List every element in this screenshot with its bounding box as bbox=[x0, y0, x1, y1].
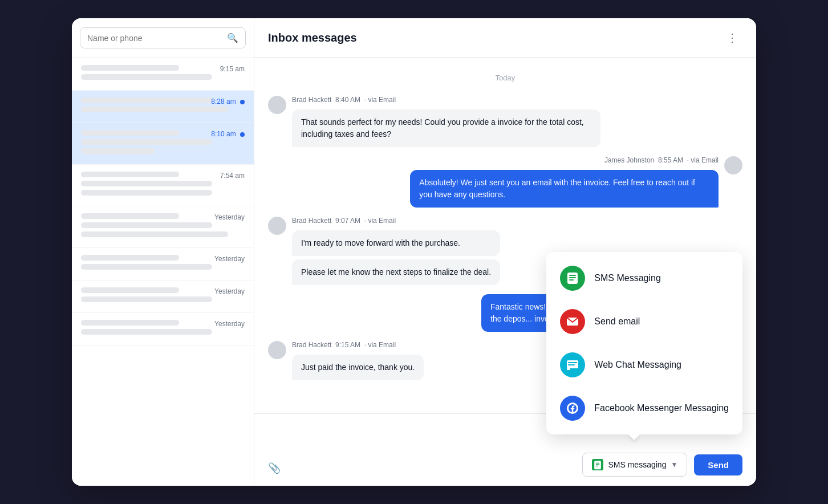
sms-channel-icon bbox=[592, 459, 603, 470]
svg-rect-2 bbox=[596, 463, 600, 464]
channel-dropdown-menu: SMS Messaging Send email bbox=[546, 252, 742, 434]
dropdown-item-label: Send email bbox=[594, 316, 640, 327]
conv-line bbox=[81, 130, 179, 136]
search-input-wrapper: 🔍 bbox=[80, 27, 246, 48]
conv-time: 8:10 am bbox=[211, 130, 245, 138]
message-group: Brad Hackett 9:15 AM · via Email Just pa… bbox=[292, 341, 424, 380]
search-icon: 🔍 bbox=[227, 32, 238, 43]
dropdown-arrow-icon: ▼ bbox=[671, 461, 677, 469]
unread-dot bbox=[240, 100, 245, 104]
message-group: Brad Hackett 8:40 AM · via Email That so… bbox=[292, 96, 600, 147]
message-row: Brad Hackett 8:40 AM · via Email That so… bbox=[268, 96, 742, 147]
facebook-svg-icon bbox=[566, 401, 579, 415]
main-content: Inbox messages ⋮ Today Brad Hackett 8:40… bbox=[254, 18, 756, 486]
conv-line bbox=[81, 231, 228, 237]
svg-rect-13 bbox=[567, 368, 570, 370]
app-container: 🔍 9:15 am 8:28 am 8:10 am bbox=[72, 18, 756, 486]
list-item[interactable]: Yesterday bbox=[72, 248, 254, 281]
sms-svg-icon bbox=[566, 271, 579, 285]
conv-time: 7:54 am bbox=[220, 172, 245, 180]
conv-line bbox=[81, 320, 179, 326]
more-options-icon[interactable]: ⋮ bbox=[722, 29, 742, 47]
message-bubble: I'm ready to move forward with the purch… bbox=[292, 230, 500, 256]
conv-line bbox=[81, 296, 212, 302]
conv-line bbox=[81, 264, 212, 270]
svg-rect-1 bbox=[595, 461, 602, 469]
conv-line bbox=[81, 74, 212, 80]
list-item[interactable]: 7:54 am bbox=[72, 165, 254, 206]
list-item[interactable]: 8:10 am bbox=[72, 123, 254, 165]
svg-rect-7 bbox=[569, 277, 576, 278]
facebook-icon bbox=[560, 396, 585, 421]
svg-rect-8 bbox=[569, 279, 574, 281]
conv-time: 8:28 am bbox=[211, 97, 245, 105]
avatar bbox=[268, 341, 286, 359]
dropdown-item-sms[interactable]: SMS Messaging bbox=[546, 257, 742, 300]
conv-time: Yesterday bbox=[214, 255, 245, 263]
conv-line bbox=[81, 148, 155, 154]
conv-line bbox=[81, 287, 179, 293]
dropdown-item-webchat[interactable]: Web Chat Messaging bbox=[546, 343, 742, 387]
dropdown-item-label: SMS Messaging bbox=[594, 273, 661, 283]
page-title: Inbox messages bbox=[268, 31, 357, 44]
channel-selector-button[interactable]: SMS messaging ▼ bbox=[582, 453, 687, 477]
dropdown-item-facebook[interactable]: Facebook Messenger Messaging bbox=[546, 387, 742, 430]
svg-rect-12 bbox=[568, 364, 575, 365]
message-bubble: Please let me know the next steps to fin… bbox=[292, 259, 500, 285]
send-button[interactable]: Send bbox=[694, 454, 742, 475]
avatar bbox=[724, 156, 742, 174]
conv-line bbox=[81, 255, 179, 261]
sms-icon bbox=[560, 266, 585, 291]
webchat-icon bbox=[560, 352, 585, 377]
conv-time: Yesterday bbox=[214, 213, 245, 221]
list-item[interactable]: Yesterday bbox=[72, 281, 254, 313]
search-bar: 🔍 bbox=[72, 18, 254, 58]
conv-time: Yesterday bbox=[214, 320, 245, 328]
avatar bbox=[268, 96, 286, 114]
webchat-svg-icon bbox=[566, 358, 579, 372]
conv-line bbox=[81, 190, 212, 196]
message-row: James Johnston 8:55 AM · via Email Absol… bbox=[268, 156, 742, 208]
list-item[interactable]: 9:15 am bbox=[72, 58, 254, 91]
dropdown-item-email[interactable]: Send email bbox=[546, 300, 742, 343]
conv-line bbox=[81, 213, 179, 219]
svg-rect-4 bbox=[596, 466, 598, 466]
svg-rect-6 bbox=[569, 275, 576, 276]
message-bubble: That sounds perfect for my needs! Could … bbox=[292, 109, 600, 147]
compose-toolbar: SMS messaging ▼ Send bbox=[268, 453, 742, 477]
conv-line bbox=[81, 97, 212, 103]
conv-line bbox=[81, 172, 179, 177]
dropdown-tail bbox=[628, 434, 640, 440]
message-bubble: Just paid the invoice, thank you. bbox=[292, 355, 424, 380]
conv-time: 9:15 am bbox=[220, 65, 245, 73]
message-meta: James Johnston 8:55 AM · via Email bbox=[410, 156, 719, 164]
unread-dot bbox=[240, 132, 245, 137]
channel-label: SMS messaging bbox=[608, 460, 666, 469]
email-svg-icon bbox=[566, 315, 579, 328]
conv-line bbox=[81, 139, 212, 145]
conv-line bbox=[81, 107, 228, 112]
avatar bbox=[268, 217, 286, 235]
chat-header: Inbox messages ⋮ bbox=[254, 18, 756, 58]
search-input[interactable] bbox=[87, 34, 227, 43]
dropdown-item-label: Facebook Messenger Messaging bbox=[594, 403, 729, 413]
message-meta: Brad Hackett 9:15 AM · via Email bbox=[292, 341, 424, 349]
dropdown-item-label: Web Chat Messaging bbox=[594, 360, 681, 370]
message-meta: Brad Hackett 8:40 AM · via Email bbox=[292, 96, 600, 104]
sidebar: 🔍 9:15 am 8:28 am 8:10 am bbox=[72, 18, 254, 486]
date-divider: Today bbox=[268, 74, 742, 82]
list-item[interactable]: 8:28 am bbox=[72, 91, 254, 123]
list-item[interactable]: Yesterday bbox=[72, 206, 254, 248]
svg-rect-3 bbox=[596, 464, 600, 465]
compose-area: 📎 SMS messaging ▼ Send bbox=[254, 413, 756, 486]
conv-line bbox=[81, 222, 212, 228]
message-group: Brad Hackett 9:07 AM · via Email I'm rea… bbox=[292, 217, 500, 285]
svg-rect-11 bbox=[568, 362, 577, 363]
conv-line bbox=[81, 329, 212, 335]
conv-line bbox=[81, 65, 179, 71]
conv-time: Yesterday bbox=[214, 287, 245, 295]
email-icon bbox=[560, 309, 585, 334]
list-item[interactable]: Yesterday bbox=[72, 313, 254, 346]
conversation-list: 9:15 am 8:28 am 8:10 am 7:54 am bbox=[72, 58, 254, 486]
attach-icon[interactable]: 📎 bbox=[268, 462, 281, 474]
